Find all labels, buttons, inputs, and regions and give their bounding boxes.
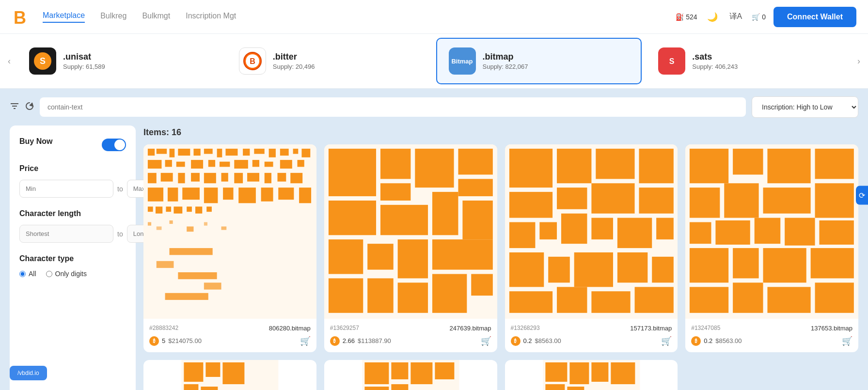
svg-rect-137 xyxy=(811,248,854,278)
item-image-1 xyxy=(324,144,497,319)
svg-rect-121 xyxy=(690,149,728,183)
svg-rect-37 xyxy=(298,160,304,167)
svg-rect-105 xyxy=(509,222,535,249)
svg-rect-27 xyxy=(148,160,162,169)
sidebar-buy-now-section: Buy Now xyxy=(19,137,126,153)
svg-rect-14 xyxy=(157,149,167,154)
svg-rect-17 xyxy=(193,149,200,156)
svg-rect-110 xyxy=(656,218,674,240)
svg-rect-36 xyxy=(280,160,292,169)
char-length-range: to xyxy=(19,225,126,243)
collection-bitter[interactable]: B .bitter Supply: 20,496 xyxy=(226,38,432,84)
collection-info-bitmap: .bitmap Supply: 822,067 xyxy=(483,52,528,70)
collection-items: S .unisat Supply: 61,589 B .bitter Suppl… xyxy=(15,34,853,88)
app-logo: B xyxy=(12,6,33,28)
refresh-button[interactable] xyxy=(25,102,34,113)
svg-rect-99 xyxy=(596,149,634,179)
svg-rect-91 xyxy=(329,278,363,312)
svg-rect-89 xyxy=(397,239,427,278)
svg-rect-143 xyxy=(184,362,203,382)
side-action-button[interactable]: ⟳ xyxy=(856,186,868,204)
svg-rect-161 xyxy=(567,387,584,390)
add-to-cart-button-1[interactable]: 🛒 xyxy=(481,336,491,346)
radio-only-digits-input[interactable] xyxy=(46,271,52,277)
item-id-2: #13268293 xyxy=(511,325,540,331)
svg-text:S: S xyxy=(669,57,675,65)
item-card-5[interactable] xyxy=(324,360,497,390)
item-card-6[interactable] xyxy=(505,360,678,390)
sort-select[interactable]: Inscription: High to Low Inscription: Lo… xyxy=(752,96,858,118)
svg-rect-28 xyxy=(165,160,172,167)
svg-rect-25 xyxy=(293,149,299,154)
svg-rect-124 xyxy=(815,149,854,179)
nav-bulkreg[interactable]: Bulkreg xyxy=(100,12,126,22)
collection-supply-sats: Supply: 406,243 xyxy=(692,63,738,70)
svg-rect-29 xyxy=(176,162,185,167)
buy-now-label: Buy Now xyxy=(19,137,52,146)
svg-rect-146 xyxy=(184,384,198,390)
svg-rect-159 xyxy=(611,362,635,384)
svg-rect-58 xyxy=(148,206,153,212)
btc-amount-3: 0.2 xyxy=(704,337,712,344)
buy-now-toggle[interactable] xyxy=(102,139,126,151)
svg-rect-117 xyxy=(557,287,587,313)
items-grid: #28883242 806280.bitmap ₿ 5 $214075.00 🛒 xyxy=(143,144,858,352)
svg-rect-21 xyxy=(243,149,250,156)
slider-next-button[interactable]: › xyxy=(853,52,864,70)
item-card-2[interactable]: #13268293 157173.bitmap ₿ 0.2 $8563.00 🛒 xyxy=(505,144,678,352)
nav-marketplace[interactable]: Marketplace xyxy=(43,11,85,23)
item-name-1: 247639.bitmap xyxy=(449,325,491,332)
collection-bitmap[interactable]: Bitmap .bitmap Supply: 822,067 xyxy=(436,38,642,84)
collection-name-bitmap: .bitmap xyxy=(483,52,528,62)
radio-all[interactable]: All xyxy=(19,270,36,278)
char-separator: to xyxy=(117,230,123,238)
collection-icon-bitmap: Bitmap xyxy=(449,47,476,75)
radio-only-digits[interactable]: Only digits xyxy=(46,270,87,278)
collection-info-unisat: .unisat Supply: 61,589 xyxy=(63,52,105,70)
svg-rect-66 xyxy=(157,226,162,230)
svg-rect-16 xyxy=(178,149,190,156)
add-to-cart-button-2[interactable]: 🛒 xyxy=(661,336,672,346)
cart-button[interactable]: 🛒 0 xyxy=(752,13,766,21)
add-to-cart-button-3[interactable]: 🛒 xyxy=(842,336,852,346)
item-card-4[interactable] xyxy=(143,360,316,390)
translate-button[interactable]: 译A xyxy=(727,10,744,24)
radio-all-input[interactable] xyxy=(19,271,26,277)
item-price-left-1: ₿ 2.66 $113887.90 xyxy=(330,336,391,346)
svg-rect-64 xyxy=(206,206,212,212)
svg-rect-78 xyxy=(380,149,410,179)
collection-icon-sats: S xyxy=(658,47,685,75)
svg-rect-126 xyxy=(725,183,759,218)
collection-supply-bitter: Supply: 20,496 xyxy=(273,63,315,70)
svg-rect-119 xyxy=(634,287,673,313)
char-shortest-input[interactable] xyxy=(19,225,113,243)
filter-button[interactable] xyxy=(10,101,19,113)
svg-rect-92 xyxy=(367,278,394,312)
svg-rect-160 xyxy=(545,384,565,390)
theme-toggle-button[interactable]: 🌙 xyxy=(705,10,720,24)
svg-rect-82 xyxy=(458,179,492,196)
search-input[interactable] xyxy=(40,97,746,117)
add-to-cart-button-0[interactable]: 🛒 xyxy=(300,336,311,346)
svg-rect-83 xyxy=(329,201,376,235)
slider-prev-button[interactable]: ‹ xyxy=(4,52,15,70)
svg-rect-61 xyxy=(174,206,182,213)
svg-rect-130 xyxy=(716,220,750,245)
item-card-3[interactable]: #13247085 137653.bitmap ₿ 0.2 $8563.00 🛒 xyxy=(685,144,858,352)
item-card-1[interactable]: #13629257 247639.bitmap ₿ 2.66 $113887.9… xyxy=(324,144,497,352)
nav-bulkmgt[interactable]: Bulkmgt xyxy=(142,12,170,22)
price-min-input[interactable] xyxy=(19,180,113,198)
connect-wallet-button[interactable]: Connect Wallet xyxy=(773,7,856,27)
nav-inscription-mgt[interactable]: Inscription Mgt xyxy=(186,12,236,22)
svg-rect-125 xyxy=(690,187,720,218)
svg-rect-22 xyxy=(254,149,264,154)
overlay-button[interactable]: /vbdid.io xyxy=(10,366,47,380)
collection-name-unisat: .unisat xyxy=(63,52,105,62)
collection-unisat[interactable]: S .unisat Supply: 61,589 xyxy=(16,38,222,84)
collection-info-sats: .sats Supply: 406,243 xyxy=(692,52,738,70)
header-right: ⛽ 524 🌙 译A 🛒 0 Connect Wallet xyxy=(676,7,856,27)
collection-sats[interactable]: S .sats Supply: 406,243 xyxy=(646,38,852,84)
header: B Marketplace Bulkreg Bulkmgt Inscriptio… xyxy=(0,0,868,34)
item-meta-2: #13268293 157173.bitmap xyxy=(511,325,672,332)
item-card-0[interactable]: #28883242 806280.bitmap ₿ 5 $214075.00 🛒 xyxy=(143,144,316,352)
